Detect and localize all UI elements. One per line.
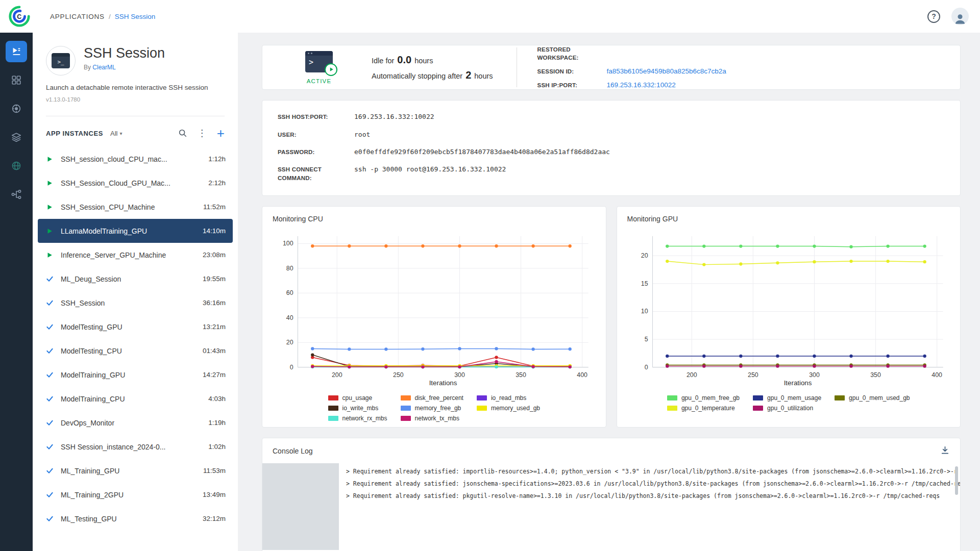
instance-row[interactable]: SSH_Session_Cloud_GPU_Mac...2:12h [38, 171, 233, 195]
console-scrollbar[interactable] [955, 466, 958, 495]
instance-name: SSH_session_cloud_CPU_mac... [61, 155, 167, 163]
legend-swatch [753, 395, 763, 400]
completed-status-icon [45, 395, 54, 403]
active-play-icon [325, 63, 337, 76]
sidebar-item-reports[interactable] [6, 155, 27, 177]
gpu-chart-card: Monitoring GPU 20025030035040005101520It… [617, 206, 961, 428]
legend-label: disk_free_percent [415, 394, 463, 402]
instance-name: ML_Training_GPU [61, 467, 119, 475]
instance-row[interactable]: ModelTraining_GPU14:27m [38, 363, 233, 387]
instance-row[interactable]: ML_Deug_Session19:55m [38, 267, 233, 291]
legend-swatch [667, 406, 677, 411]
terminal-icon: >_ [52, 53, 70, 68]
avatar[interactable] [951, 8, 969, 25]
instance-row[interactable]: SSH_Session36:16m [38, 291, 233, 315]
instance-row[interactable]: SSH_session_cloud_CPU_mac...1:12h [38, 147, 233, 171]
instance-row[interactable]: SSH_Session_CPU_Machine11:52m [38, 195, 233, 219]
instance-row[interactable]: ModelTraining_CPU4:03h [38, 387, 233, 411]
legend-label: gpu_0_utilization [767, 405, 813, 412]
instance-time: 11:52m [203, 203, 226, 211]
search-icon[interactable] [178, 129, 187, 138]
svg-text:200: 200 [686, 371, 697, 378]
user-icon [953, 12, 967, 25]
legend-label: gpu_0_mem_free_gb [681, 394, 740, 402]
instance-row[interactable]: ML_Testing_GPU32:12m [38, 507, 233, 531]
legend-swatch [477, 406, 487, 411]
legend-item-io_read_mbs[interactable]: io_read_mbs [477, 394, 540, 402]
legend-label: network_tx_mbs [415, 415, 459, 422]
detail-label: USER: [278, 131, 343, 139]
svg-text:0: 0 [644, 363, 648, 370]
instance-time: 1:19h [208, 419, 226, 427]
instance-row[interactable]: ModelTesting_CPU01:43m [38, 339, 233, 363]
instance-name: ModelTraining_CPU [61, 395, 125, 403]
legend-item-cpu_usage[interactable]: cpu_usage [328, 394, 387, 402]
app-header: >_ SSH Session By ClearML Launch a detac… [33, 46, 238, 116]
legend-swatch [753, 406, 763, 411]
instance-time: 14:27m [203, 371, 226, 379]
instance-name: SSH Session_instance_2024-0... [61, 443, 165, 451]
add-instance-button[interactable]: + [217, 127, 225, 140]
sidebar-item-pipelines[interactable] [6, 184, 27, 205]
legend-item-network_tx_mbs[interactable]: network_tx_mbs [401, 415, 463, 422]
legend-item-memory_used_gb[interactable]: memory_used_gb [477, 405, 540, 412]
sidebar-item-projects[interactable] [6, 69, 27, 91]
ssh-ipport-link[interactable]: 169.253.16.332:10022 [607, 81, 676, 89]
instance-row[interactable]: ModelTesting_GPU13:21m [38, 315, 233, 339]
help-icon[interactable]: ? [927, 10, 940, 23]
legend-item-memory_free_gb[interactable]: memory_free_gb [401, 405, 463, 412]
svg-text:250: 250 [748, 371, 758, 378]
detail-row: SSH CONNECT COMMAND:ssh -p 30000 root@16… [278, 165, 945, 183]
idle-info: Idle for 0.0 hours Automatically stoppin… [372, 51, 493, 85]
instances-filter-dropdown[interactable]: All ▾ [110, 130, 122, 137]
legend-item-io_write_mbs[interactable]: io_write_mbs [328, 405, 387, 412]
instance-row[interactable]: DevOps_Monitor1:19h [38, 411, 233, 435]
legend-item-network_rx_mbs[interactable]: network_rx_mbs [328, 415, 387, 422]
download-icon[interactable] [940, 445, 950, 457]
instance-row[interactable]: SSH Session_instance_2024-0...1:02h [38, 435, 233, 459]
clearml-link[interactable]: ClearML [92, 64, 115, 71]
session-id-link[interactable]: fa853b6105e9459b80a825b6c8c7cb2a [607, 67, 726, 75]
legend-item-gpu_0_mem_used_gb[interactable]: gpu_0_mem_used_gb [835, 394, 910, 402]
svg-text:10: 10 [641, 308, 648, 315]
svg-text:400: 400 [932, 371, 942, 378]
connection-details-card: SSH HOST:PORT:169.253.16.332:10022USER:r… [262, 100, 961, 195]
breadcrumb-applications[interactable]: APPLICATIONS [50, 13, 105, 20]
pipelines-icon [11, 189, 22, 200]
instance-row[interactable]: ML_Training_2GPU13:49m [38, 483, 233, 507]
instance-row[interactable]: Inference_Server_GPU_Machine23:08m [38, 243, 233, 267]
svg-text:400: 400 [577, 371, 587, 378]
session-status-card: > ACTIVE Idle for 0.0 hours Automaticall… [262, 45, 961, 90]
svg-text:300: 300 [454, 371, 465, 378]
sidebar-item-applications[interactable] [6, 41, 27, 62]
completed-status-icon [45, 323, 54, 331]
icon-rail [0, 33, 33, 551]
kebab-menu-icon[interactable]: ⋮ [198, 129, 207, 138]
restored-workspace-label: RESTORED WORKSPACE: [537, 45, 601, 62]
instance-row[interactable]: ML_Training_GPU11:53m [38, 459, 233, 483]
instance-time: 11:53m [203, 467, 226, 474]
legend-item-gpu_0_mem_usage[interactable]: gpu_0_mem_usage [753, 394, 821, 402]
idle-prefix: Idle for [372, 57, 394, 65]
svg-text:350: 350 [870, 371, 881, 378]
instances-title: APP INSTANCES [46, 130, 103, 137]
session-status-icon: > ACTIVE [291, 51, 347, 84]
sidebar-item-workers[interactable] [6, 98, 27, 119]
legend-item-gpu_0_mem_free_gb[interactable]: gpu_0_mem_free_gb [667, 394, 740, 402]
instance-row[interactable]: LLamaModelTraining_GPU14:10m [38, 219, 233, 243]
instance-time: 1:02h [208, 443, 226, 450]
console-lines: > Requirement already satisfied: importl… [339, 463, 960, 550]
gpu-chart-legend: gpu_0_mem_free_gbgpu_0_mem_usagegpu_0_me… [627, 394, 950, 412]
clearml-logo-icon[interactable]: C [7, 4, 32, 29]
svg-text:200: 200 [332, 371, 342, 378]
console-log-body: > Requirement already satisfied: importl… [262, 463, 960, 550]
legend-label: io_write_mbs [342, 405, 379, 412]
instance-name: ModelTesting_CPU [61, 347, 122, 355]
legend-item-gpu_0_utilization[interactable]: gpu_0_utilization [753, 405, 821, 412]
legend-item-disk_free_percent[interactable]: disk_free_percent [401, 394, 463, 402]
detail-value: 169.253.16.332:10022 [354, 113, 434, 120]
instance-name: SSH_Session_CPU_Machine [61, 203, 155, 211]
sidebar-item-datasets[interactable] [6, 127, 27, 148]
legend-item-gpu_0_temperature[interactable]: gpu_0_temperature [667, 405, 740, 412]
instance-time: 32:12m [203, 515, 226, 522]
